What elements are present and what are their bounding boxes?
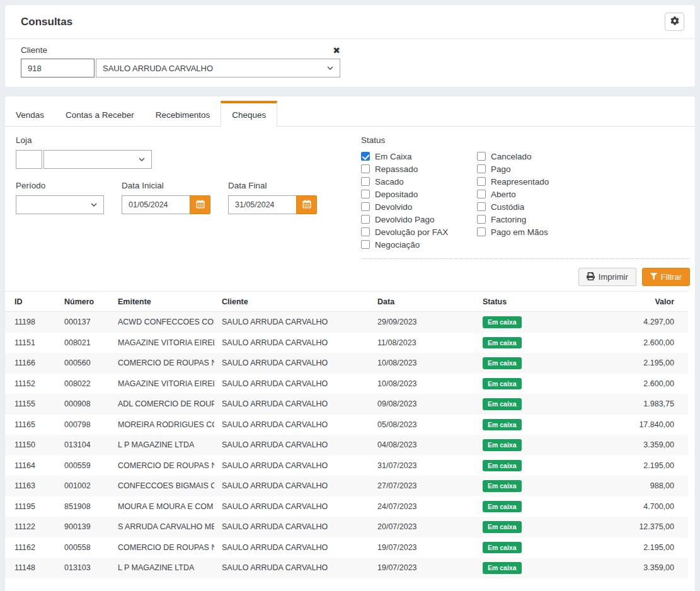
table-row[interactable]: 11198000137ACWD CONFECCOES COMER…SAULO A… (5, 312, 688, 333)
cell-valor: 1.983,75 (585, 394, 688, 415)
status-checkbox-pago[interactable]: Pago (477, 163, 593, 175)
cell-data: 31/07/2023 (370, 456, 475, 476)
consultas-panel: Consultas Cliente ✖ SAULO ARRUDA CARVALH… (5, 5, 695, 87)
cell-emitente: MAGAZINE VITORIA EIRELI ME (110, 333, 214, 353)
cell-status: Em caixa (475, 312, 585, 333)
calendar-icon (196, 200, 205, 210)
status-checkbox-pago-em-maos[interactable]: Pago em Mãos (477, 226, 593, 238)
table-row[interactable]: 11164000559COMERCIO DE ROUPAS NOV…SAULO … (5, 456, 688, 476)
checkbox-icon (361, 190, 370, 198)
table-row[interactable]: 11150013104L P MAGAZINE LTDASAULO ARRUDA… (5, 435, 688, 456)
cell-valor: 2.600,00 (585, 374, 688, 394)
filter-button[interactable]: Filtrar (642, 268, 690, 286)
status-checkbox-depositado[interactable]: Depositado (361, 188, 477, 200)
printer-icon (587, 272, 595, 282)
col-header-valor: Valor (585, 292, 688, 312)
cell-valor: 3.359,00 (585, 435, 688, 456)
cell-cliente: SAULO ARRUDA CARVALHO (214, 456, 370, 476)
status-checkbox-cancelado[interactable]: Cancelado (477, 150, 593, 163)
status-checkbox-aberto[interactable]: Aberto (477, 188, 593, 200)
chevron-down-icon (327, 66, 333, 70)
panel-header: Consultas (5, 5, 695, 39)
cell-id: 11150 (5, 435, 57, 456)
cell-valor: 2.600,00 (585, 333, 688, 353)
data-inicial-input[interactable] (122, 195, 190, 214)
tab-contas-a-receber[interactable]: Contas a Receber (55, 101, 145, 126)
status-checkbox-factoring[interactable]: Factoring (477, 213, 593, 226)
status-checkbox-repassado[interactable]: Repassado (361, 163, 477, 175)
cell-numero: 000908 (57, 394, 110, 415)
table-row[interactable]: 11155000908ADL COMERCIO DE ROUPAS …SAULO… (5, 394, 688, 415)
tab-vendas[interactable]: Vendas (5, 101, 55, 126)
status-checkbox-negociacao[interactable]: Negociação (361, 238, 477, 251)
status-badge: Em caixa (483, 542, 522, 554)
table-row[interactable]: 11166000560COMERCIO DE ROUPAS NOV…SAULO … (5, 353, 688, 374)
status-checkbox-custodia[interactable]: Custódia (477, 200, 593, 213)
checkbox-icon (477, 177, 486, 186)
cell-id: 11122 (5, 517, 57, 537)
clear-client-icon[interactable]: ✖ (333, 46, 340, 55)
cell-numero: 001002 (57, 476, 110, 496)
cell-emitente: MAGAZINE VITORIA EIRELI ME (110, 374, 214, 394)
data-inicial-field-group: Data Inicial (122, 181, 210, 214)
cell-valor: 4.297,00 (585, 312, 688, 333)
cell-valor: 3.359,00 (585, 558, 688, 578)
loja-code-input[interactable] (16, 150, 42, 169)
client-field-group: Cliente ✖ SAULO ARRUDA CARVALHO (21, 45, 340, 77)
actions-row: Imprimir Filtrar (5, 259, 695, 286)
cell-id: 11166 (5, 353, 57, 374)
cell-numero: 008022 (57, 374, 110, 394)
status-checkbox-label: Cancelado (491, 152, 532, 161)
data-final-label: Data Final (228, 181, 317, 190)
table-row[interactable]: 11148013103L P MAGAZINE LTDASAULO ARRUDA… (5, 558, 688, 578)
client-code-input[interactable] (21, 59, 95, 77)
table-row[interactable]: 11152008022MAGAZINE VITORIA EIRELI MESAU… (5, 374, 688, 394)
results-panel: VendasContas a ReceberRecebimentosCheque… (5, 96, 695, 591)
cell-numero: 000558 (57, 537, 110, 558)
cell-id: 11163 (5, 476, 57, 496)
filters-area: Loja Período D (5, 127, 695, 259)
status-badge: Em caixa (483, 378, 522, 390)
cell-data: 05/08/2023 (370, 415, 475, 435)
tab-cheques[interactable]: Cheques (221, 101, 277, 127)
cell-cliente: SAULO ARRUDA CARVALHO (214, 537, 370, 558)
status-badge: Em caixa (483, 419, 522, 431)
status-checkbox-devolvido-pago[interactable]: Devolvido Pago (361, 213, 477, 226)
status-checkbox-em-caixa[interactable]: Em Caixa (361, 150, 477, 163)
table-row[interactable]: 11151008021MAGAZINE VITORIA EIRELI MESAU… (5, 333, 688, 353)
status-checkbox-label: Devolvido Pago (375, 215, 435, 224)
cheques-table: IDNúmeroEmitenteClienteDataStatusValor 1… (5, 291, 688, 578)
settings-button[interactable] (665, 13, 684, 31)
cell-numero: 000798 (57, 415, 110, 435)
cell-status: Em caixa (475, 476, 585, 496)
periodo-select[interactable] (16, 195, 104, 214)
chevron-down-icon (91, 203, 97, 207)
cell-numero: 013104 (57, 435, 110, 456)
status-column-1: Em CaixaRepassadoSacadoDepositadoDevolvi… (361, 150, 477, 251)
tab-recebimentos[interactable]: Recebimentos (145, 101, 221, 126)
status-badge: Em caixa (483, 501, 522, 513)
cell-numero: 013103 (57, 558, 110, 578)
table-row[interactable]: 11162000558COMERCIO DE ROUPAS NOV…SAULO … (5, 537, 688, 558)
cell-emitente: COMERCIO DE ROUPAS NOV… (110, 456, 214, 476)
status-checkbox-sacado[interactable]: Sacado (361, 175, 477, 188)
loja-select[interactable] (43, 150, 152, 169)
print-button[interactable]: Imprimir (578, 268, 636, 286)
table-row[interactable]: 11122900139S ARRUDA CARVALHO MESAULO ARR… (5, 517, 688, 537)
table-row[interactable]: 11195851908MOURA E MOURA E COM VAR…SAULO… (5, 496, 688, 517)
cell-data: 20/07/2023 (370, 517, 475, 537)
status-checkbox-devolucao-por-fax[interactable]: Devolução por FAX (361, 226, 477, 238)
data-inicial-calendar-button[interactable] (190, 195, 210, 214)
periodo-label: Período (16, 181, 104, 190)
cell-data: 19/07/2023 (370, 558, 475, 578)
client-select[interactable]: SAULO ARRUDA CARVALHO (96, 59, 340, 77)
table-row[interactable]: 11163001002CONFECCOES BIGMAIS COM…SAULO … (5, 476, 688, 496)
cell-data: 09/08/2023 (370, 394, 475, 415)
data-final-calendar-button[interactable] (296, 195, 317, 214)
cell-cliente: SAULO ARRUDA CARVALHO (214, 374, 370, 394)
data-final-input[interactable] (228, 195, 296, 214)
status-checkbox-reapresentado[interactable]: Reapresentado (477, 175, 593, 188)
status-checkbox-label: Aberto (491, 190, 516, 199)
status-checkbox-devolvido[interactable]: Devolvido (361, 200, 477, 213)
table-row[interactable]: 11165000798MOREIRA RODRIGUES COME…SAULO … (5, 415, 688, 435)
